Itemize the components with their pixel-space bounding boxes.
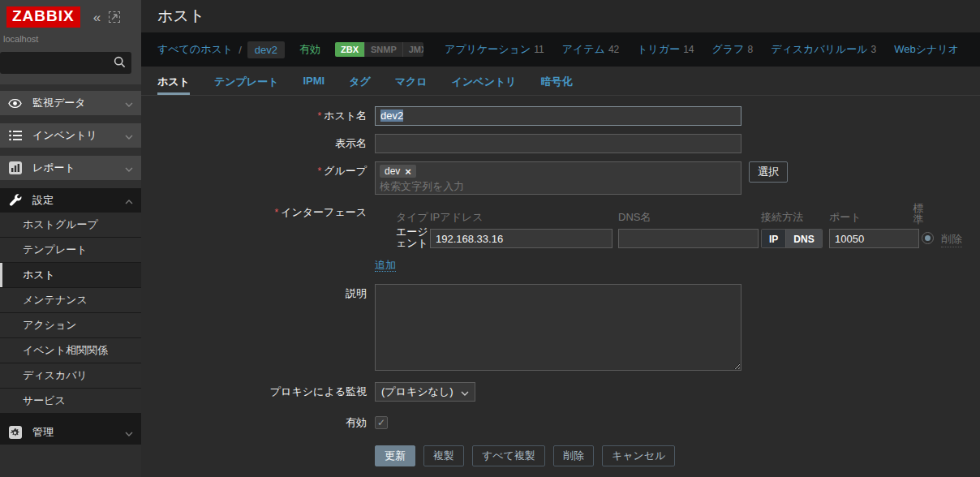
interface-type-label: エージェント (396, 226, 430, 249)
interface-remove-link[interactable]: 削除 (941, 232, 962, 247)
sidebar-filler (0, 445, 141, 477)
collapse-sidebar-icon[interactable]: « (93, 11, 101, 24)
content: ホスト テンプレート IPMI タグ マクロ インベントリ 暗号化 *ホスト名 … (141, 67, 980, 477)
sidebar: ZABBIX « localhost 監視データ (0, 0, 141, 477)
nav-label: グラフ (712, 43, 745, 55)
snmp-badge: SNMP (364, 42, 402, 57)
proxy-label: プロキシによる監視 (141, 382, 375, 402)
check-icon: ✓ (377, 417, 385, 428)
submenu-label: サービス (23, 393, 66, 408)
kiosk-mode-icon[interactable] (109, 11, 120, 23)
breadcrumb-all-hosts-link[interactable]: すべてのホスト (157, 42, 233, 57)
submenu-label: テンプレート (23, 243, 88, 257)
full-clone-button[interactable]: すべて複製 (472, 445, 545, 466)
tab-macros[interactable]: マクロ (395, 67, 428, 95)
col-dns-header: DNS名 (618, 210, 651, 225)
groups-label: *グループ (141, 161, 375, 195)
eye-icon (8, 97, 22, 110)
interface-port-input[interactable] (829, 229, 919, 248)
zabbix-logo[interactable]: ZABBIX (6, 6, 80, 28)
toggle-dns-option[interactable]: DNS (785, 230, 821, 247)
chevron-down-icon (461, 386, 469, 398)
sidebar-item-reports[interactable]: レポート (0, 156, 141, 180)
submenu-item-templates[interactable]: テンプレート (0, 238, 141, 263)
zbx-badge: ZBX (335, 42, 364, 57)
chip-remove-icon[interactable]: × (405, 166, 411, 177)
server-name: localhost (0, 28, 141, 44)
interface-headers: タイプ IPアドレス DNS名 接続方法 ポート 標準 (375, 203, 980, 229)
title-bar: ホスト (141, 0, 980, 32)
groups-placeholder: 検索文字列を入力 (380, 179, 737, 194)
groups-multiselect[interactable]: dev× 検索文字列を入力 (375, 161, 741, 195)
submenu-label: ホストグループ (23, 217, 98, 232)
proxy-select[interactable]: (プロキシなし) (375, 382, 475, 402)
nav-discovery-rules-link[interactable]: ディスカバリルール3 (771, 42, 876, 57)
submenu-item-maintenance[interactable]: メンテナンス (0, 288, 141, 313)
toggle-ip-option[interactable]: IP (762, 230, 785, 247)
selected-text: dev2 (380, 110, 403, 122)
enabled-checkbox[interactable]: ✓ (375, 416, 388, 429)
tab-inventory[interactable]: インベントリ (452, 67, 517, 95)
description-label: 説明 (141, 284, 375, 371)
sidebar-item-label: 監視データ (32, 96, 125, 110)
tab-templates[interactable]: テンプレート (214, 67, 279, 95)
tab-host[interactable]: ホスト (157, 67, 190, 95)
nav-graphs-link[interactable]: グラフ8 (712, 42, 754, 57)
default-interface-radio[interactable] (922, 232, 934, 244)
sidebar-item-inventory[interactable]: インベントリ (0, 123, 141, 148)
submenu-item-host-groups[interactable]: ホストグループ (0, 213, 141, 238)
nav-count: 3 (871, 44, 877, 55)
submenu-label: ホスト (23, 268, 55, 282)
group-chip-label: dev (385, 165, 400, 177)
sidebar-item-administration[interactable]: 管理 (0, 420, 141, 445)
tab-encryption[interactable]: 暗号化 (541, 67, 573, 95)
breadcrumb-host-link[interactable]: dev2 (247, 41, 285, 58)
interface-row: エージェント IP DNS 削除 (375, 229, 980, 253)
delete-button[interactable]: 削除 (553, 445, 594, 466)
configuration-submenu: ホストグループ テンプレート ホスト メンテナンス アクション イベント相関関係… (0, 213, 141, 414)
interface-add-link[interactable]: 追加 (375, 259, 396, 272)
chevron-down-icon (125, 96, 133, 110)
col-default-header: 標準 (912, 203, 925, 226)
host-status-badge: 有効 (299, 42, 320, 57)
search-box (0, 52, 131, 74)
host-name-input[interactable]: dev2 (375, 106, 741, 126)
description-textarea[interactable] (375, 284, 741, 371)
gear-icon (8, 426, 22, 440)
search-icon[interactable] (114, 56, 126, 71)
search-input[interactable] (5, 52, 109, 74)
interface-dns-input[interactable] (618, 229, 759, 248)
nav-applications-link[interactable]: アプリケーション11 (445, 42, 544, 57)
tab-tags[interactable]: タグ (349, 67, 371, 95)
submenu-item-actions[interactable]: アクション (0, 313, 141, 338)
nav-count: 11 (534, 44, 544, 55)
interface-ip-input[interactable] (430, 229, 612, 248)
update-button[interactable]: 更新 (375, 445, 415, 466)
sidebar-item-configuration[interactable]: 設定 (0, 188, 141, 213)
nav-count: 14 (683, 44, 694, 55)
visible-name-input[interactable] (375, 134, 741, 153)
submenu-item-event-correlation[interactable]: イベント相関関係 (0, 338, 141, 363)
nav-label: ディスカバリルール (771, 43, 867, 55)
submenu-label: アクション (23, 318, 77, 333)
submenu-item-discovery[interactable]: ディスカバリ (0, 363, 141, 389)
group-chip: dev× (380, 165, 416, 178)
proxy-selected-value: (プロキシなし) (381, 385, 461, 399)
tab-ipmi[interactable]: IPMI (303, 67, 325, 95)
page-title: ホスト (157, 6, 204, 27)
list-icon (8, 129, 22, 143)
nav-triggers-link[interactable]: トリガー14 (637, 42, 694, 57)
nav-web-scenarios-link[interactable]: Webシナリオ (894, 42, 962, 57)
nav-label: アプリケーション (445, 43, 531, 55)
jmx-badge: JMX (402, 42, 423, 57)
submenu-item-services[interactable]: サービス (0, 389, 141, 414)
group-select-button[interactable]: 選択 (749, 161, 788, 183)
nav-items-link[interactable]: アイテム42 (562, 42, 620, 57)
sidebar-item-monitoring[interactable]: 監視データ (0, 91, 141, 115)
cancel-button[interactable]: キャンセル (602, 445, 676, 466)
sidebar-item-label: 管理 (32, 425, 125, 440)
clone-button[interactable]: 複製 (423, 445, 464, 466)
submenu-item-hosts[interactable]: ホスト (0, 263, 141, 288)
nav-label: アイテム (562, 43, 605, 55)
interfaces-block: タイプ IPアドレス DNS名 接続方法 ポート 標準 エージェント (375, 203, 980, 277)
